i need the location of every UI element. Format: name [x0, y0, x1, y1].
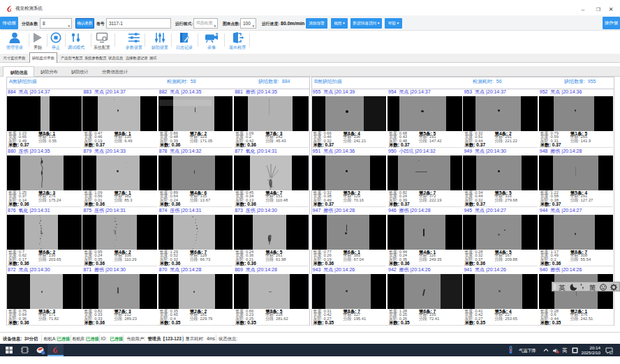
svg-text:6: 6 — [610, 351, 612, 354]
